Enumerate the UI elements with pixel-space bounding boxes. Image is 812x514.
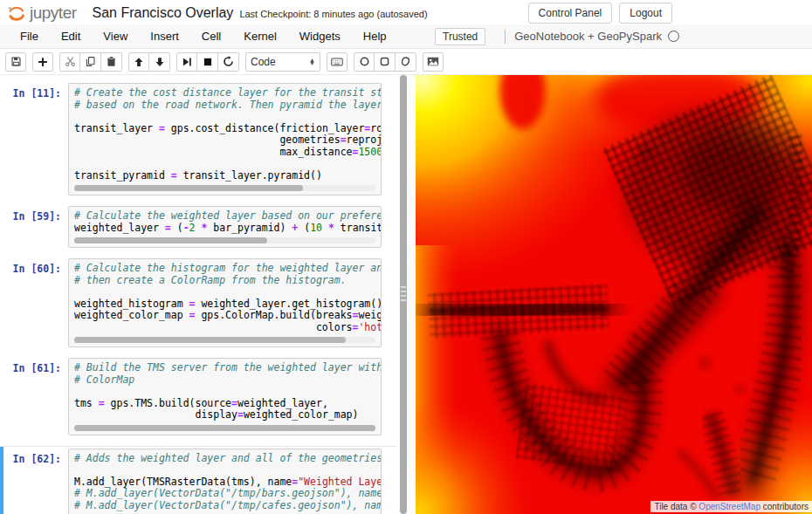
menu-bar: File Edit View Insert Cell Kernel Widget… [0,24,812,49]
menu-widgets[interactable]: Widgets [288,25,352,47]
save-icon [10,56,22,67]
content-area: In [11]:# Create the cost distance layer… [0,75,812,514]
cell-list: In [11]:# Create the cost distance layer… [0,83,396,514]
code-text: # Calculate the weighted layer based on … [74,210,381,234]
logout-button[interactable]: Logout [619,3,672,24]
notebook-cell[interactable]: In [60]:# Calculate the histogram for th… [0,258,396,347]
menu-kernel[interactable]: Kernel [232,25,288,47]
rectangle-icon [379,56,390,67]
cell-input-prompt: In [59]: [0,206,68,248]
scrollbar-thumb[interactable] [74,185,303,191]
paste-icon [106,56,117,67]
menu-right: Trusted GeoNotebook + GeoPySpark [435,28,679,45]
circle-icon [359,56,370,67]
attribution-prefix: Tile data © [654,502,698,511]
annotate-rectangle-button[interactable] [375,52,396,72]
checkpoint-status: Last Checkpoint: 8 minutes ago (autosave… [239,9,427,19]
annotate-polygon-button[interactable] [396,52,416,72]
pane-splitter-column [396,75,416,514]
cell-type-select[interactable]: Code ▲▼ [245,52,320,72]
cell-type-value: Code [251,56,276,68]
command-palette-button[interactable] [327,52,348,72]
arrow-down-icon [155,57,165,67]
cost-distance-heatmap [416,75,812,514]
save-button[interactable] [5,52,26,72]
scrollbar-thumb[interactable] [74,425,375,431]
cell-horizontal-scrollbar[interactable] [74,237,375,243]
menu-help[interactable]: Help [352,25,398,47]
map-pane[interactable]: Tile data © OpenStreetMap contributors [416,75,812,514]
jupyter-logo[interactable]: jupyter [7,3,77,23]
code-text: # Build the TMS server from the weighted… [74,362,381,421]
notebook-title[interactable]: San Francisco Overlay [93,5,234,21]
notebook-cell[interactable]: In [11]:# Create the cost distance layer… [0,83,396,195]
cell-horizontal-scrollbar[interactable] [74,425,375,431]
scrollbar-thumb[interactable] [74,337,346,343]
cell-horizontal-scrollbar[interactable] [74,337,375,343]
menu-edit[interactable]: Edit [50,25,92,47]
select-arrows-icon: ▲▼ [309,58,315,65]
code-text: # Calculate the histogram for the weight… [74,263,381,333]
copy-icon [85,56,96,67]
stop-kernel-button[interactable] [197,52,218,72]
cell-code-editor[interactable]: # Adds the weighted layer and all of the… [68,449,382,514]
kernel-name: GeoNotebook + GeoPySpark [514,30,662,43]
code-text: # Create the cost distance layer for the… [74,87,381,182]
cell-input-prompt: In [62]: [0,449,68,514]
copy-cells-button[interactable] [80,52,101,72]
menu-insert[interactable]: Insert [139,25,190,47]
keyboard-icon [331,56,343,68]
scissors-icon [65,56,76,67]
notebook-cell[interactable]: In [61]:# Build the TMS server from the … [0,358,396,435]
add-cell-button[interactable] [32,52,53,72]
scrollbar-thumb[interactable] [74,237,267,243]
image-tool-button[interactable] [423,52,444,72]
code-text: # Adds the weighted layer and all of the… [74,453,381,512]
notebook-cell[interactable]: In [62]:# Adds the weighted layer and al… [0,446,396,514]
move-cell-up-button[interactable] [128,52,149,72]
header-buttons: Control Panel Logout [521,3,672,24]
restart-kernel-button[interactable] [218,52,239,72]
cell-code-editor[interactable]: # Calculate the histogram for the weight… [68,258,382,347]
trusted-badge[interactable]: Trusted [435,28,485,45]
paste-cells-button[interactable] [101,52,122,72]
cut-cell-button[interactable] [59,52,80,72]
plus-icon [38,57,48,67]
cell-code-editor[interactable]: # Create the cost distance layer for the… [68,83,382,195]
pane-splitter[interactable] [400,75,407,514]
notebook-pane[interactable]: In [11]:# Create the cost distance layer… [0,75,396,514]
arrow-up-icon [134,57,144,67]
splitter-grip-icon [401,286,406,304]
run-icon [182,57,192,67]
move-cell-down-button[interactable] [149,52,170,72]
header-bar: jupyter San Francisco Overlay Last Check… [0,0,812,24]
jupyter-notebook-app: jupyter San Francisco Overlay Last Check… [0,0,812,514]
cell-horizontal-scrollbar[interactable] [74,185,375,191]
annotate-point-button[interactable] [354,52,375,72]
cell-input-prompt: In [11]: [0,83,68,195]
polygon-icon [400,56,411,67]
restart-icon [223,56,234,67]
image-icon [427,56,439,67]
openstreetmap-link[interactable]: OpenStreetMap [698,502,760,511]
menu-view[interactable]: View [92,25,139,47]
cell-code-editor[interactable]: # Calculate the weighted layer based on … [68,206,382,248]
kernel-separator [505,30,506,44]
kernel-idle-indicator-icon [668,31,679,42]
cell-input-prompt: In [60]: [0,258,68,347]
stop-icon [203,57,213,67]
map-attribution: Tile data © OpenStreetMap contributors [650,501,812,512]
control-panel-button[interactable]: Control Panel [528,3,613,24]
cell-code-editor[interactable]: # Build the TMS server from the weighted… [68,358,382,435]
toolbar: Code ▲▼ [0,49,812,75]
notebook-cell[interactable]: In [59]:# Calculate the weighted layer b… [0,206,396,248]
logo-text: jupyter [30,3,77,23]
jupyter-logo-icon [7,3,26,23]
run-cell-button[interactable] [176,52,197,72]
menu-cell[interactable]: Cell [190,25,232,47]
menu-file[interactable]: File [9,25,50,47]
cell-input-prompt: In [61]: [0,358,68,435]
attribution-suffix: contributors [760,502,809,511]
